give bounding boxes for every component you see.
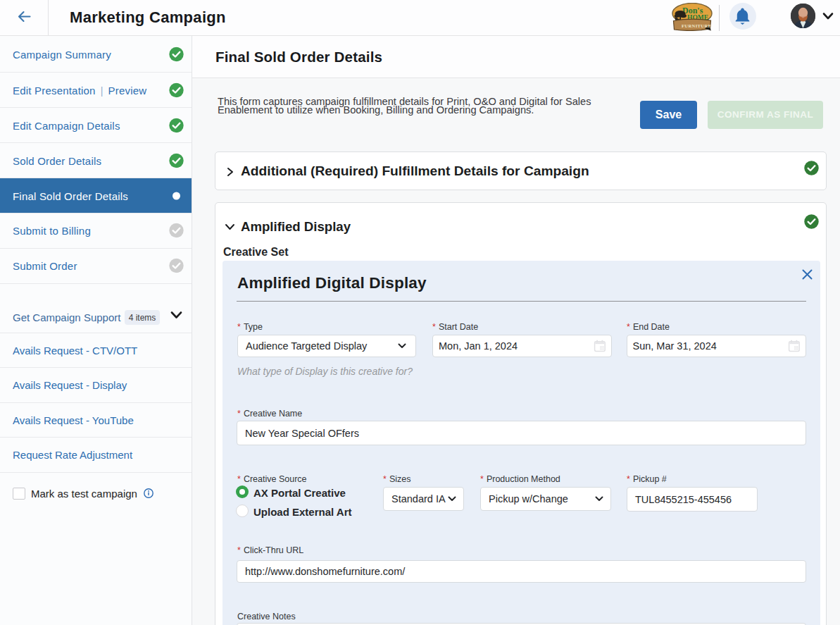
svg-text:FURNITURE: FURNITURE <box>682 23 711 28</box>
